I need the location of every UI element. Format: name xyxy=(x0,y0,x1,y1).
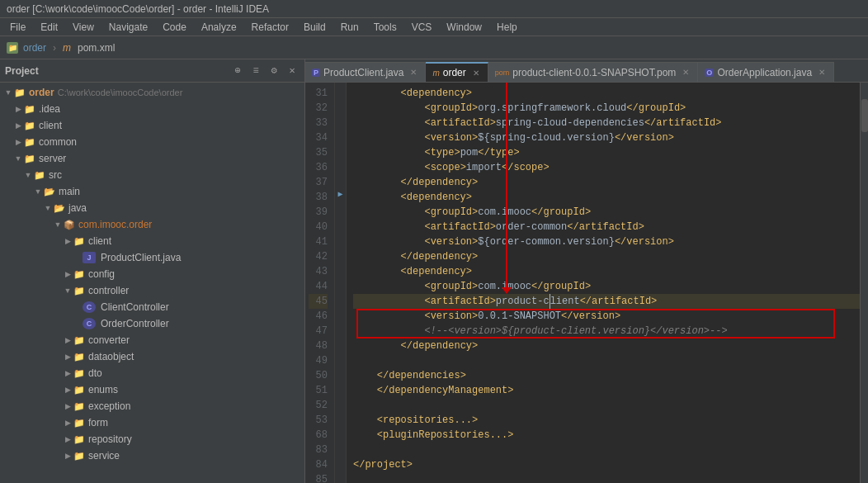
code-line-39: <groupId>com.imooc</groupId> xyxy=(353,205,860,220)
close-panel-button[interactable]: ✕ xyxy=(285,64,300,78)
menu-code[interactable]: Code xyxy=(156,20,193,35)
project-icon: 📁 xyxy=(7,42,18,54)
tree-item-productclient[interactable]: ▶ J ProductClient.java xyxy=(0,249,304,266)
tree-item-config[interactable]: ▶ 📁 config xyxy=(0,266,304,282)
red-arrow-head xyxy=(502,287,512,294)
class-icon: C xyxy=(83,301,96,313)
project-panel: Project ⊕ ≡ ⚙ ✕ ▼ 📁 order C:\work\code\i… xyxy=(0,59,305,483)
folder-icon: 📁 xyxy=(23,120,36,131)
code-content: 31 32 33 34 35 36 37 38 39 40 41 42 43 4… xyxy=(305,83,868,483)
folder-icon: 📁 xyxy=(33,169,46,181)
tree-item-repository[interactable]: ▶ 📁 repository xyxy=(0,431,304,447)
tree-arrow: ▶ xyxy=(63,452,73,460)
menu-vcs[interactable]: VCS xyxy=(405,20,439,35)
menu-analyze[interactable]: Analyze xyxy=(195,20,243,35)
code-line-51: </dependencyManagement> xyxy=(353,383,860,398)
java-file-icon: J xyxy=(83,252,96,263)
breadcrumb-separator: › xyxy=(53,42,56,54)
tab-close-pom[interactable]: ✕ xyxy=(682,68,689,77)
code-line-37: </dependency> xyxy=(353,175,860,190)
tab-pom-label: product-client-0.0.1-SNAPSHOT.pom xyxy=(512,67,676,78)
tree-arrow: ▶ xyxy=(63,336,73,344)
tree-item-main[interactable]: ▼ 📂 main xyxy=(0,183,304,200)
menu-window[interactable]: Window xyxy=(440,20,488,35)
tree-arrow: ▶ xyxy=(63,237,73,245)
breadcrumb-order[interactable]: order xyxy=(23,42,46,54)
tree-arrow: ▼ xyxy=(43,204,53,212)
main-layout: Project ⊕ ≡ ⚙ ✕ ▼ 📁 order C:\work\code\i… xyxy=(0,59,868,483)
tree-item-client-root[interactable]: ▶ 📁 client xyxy=(0,117,304,134)
menu-file[interactable]: File xyxy=(3,20,32,35)
code-line-36: <scope>import</scope> xyxy=(353,160,860,175)
folder-icon: 📁 xyxy=(23,153,36,164)
tree-item-src[interactable]: ▼ 📁 src xyxy=(0,167,304,183)
code-line-46: <version>0.0.1-SNAPSHOT</version> xyxy=(353,309,860,324)
tree-item-service[interactable]: ▶ 📁 service xyxy=(0,447,304,464)
menu-help[interactable]: Help xyxy=(490,20,524,35)
class-icon: C xyxy=(83,318,96,329)
code-line-53: <repositories...> xyxy=(353,413,860,428)
tree-item-dto[interactable]: ▶ 📁 dto xyxy=(0,365,304,381)
gutter: ▶ xyxy=(335,83,347,483)
code-line-40: <artifactId>order-common</artifactId> xyxy=(353,220,860,234)
folder-icon: 📁 xyxy=(73,367,86,379)
tree-arrow: ▶ xyxy=(63,386,73,394)
tree-item-server[interactable]: ▼ 📁 server xyxy=(0,150,304,167)
menu-run[interactable]: Run xyxy=(334,20,366,35)
tree-label-dataobject: dataobject xyxy=(88,351,134,362)
tree-item-exception[interactable]: ▶ 📁 exception xyxy=(0,398,304,414)
tab-pom[interactable]: pom product-client-0.0.1-SNAPSHOT.pom ✕ xyxy=(488,62,699,82)
menu-refactor[interactable]: Refactor xyxy=(245,20,295,35)
tree-arrow: ▶ xyxy=(13,105,23,113)
tree-item-package[interactable]: ▼ 📦 com.imooc.order xyxy=(0,216,304,233)
tab-close-productclient[interactable]: ✕ xyxy=(410,68,417,77)
tree-label-idea: .idea xyxy=(39,103,60,115)
menu-tools[interactable]: Tools xyxy=(367,20,403,35)
right-scrollbar[interactable] xyxy=(860,83,868,483)
tab-close-order[interactable]: ✕ xyxy=(473,69,479,78)
tree-item-controller[interactable]: ▼ 📁 controller xyxy=(0,282,304,299)
tab-close-orderapplication[interactable]: ✕ xyxy=(818,68,825,77)
code-line-49 xyxy=(353,353,860,368)
tree-label-server: server xyxy=(39,153,66,164)
settings-button[interactable]: ⚙ xyxy=(267,64,281,78)
sync-button[interactable]: ⊕ xyxy=(230,64,245,78)
tab-productclient[interactable]: P ProductClient.java ✕ xyxy=(305,62,426,82)
tree-item-ordercontroller[interactable]: ▶ C OrderController xyxy=(0,315,304,332)
tree-item-client-folder[interactable]: ▶ 📁 client xyxy=(0,233,304,249)
menu-view[interactable]: View xyxy=(66,20,101,35)
tree-item-order-root[interactable]: ▼ 📁 order C:\work\code\imoocCode\order xyxy=(0,84,304,101)
tree-label-ordercontroller: OrderController xyxy=(101,318,169,329)
folder-icon: 📁 xyxy=(13,87,26,98)
tree-item-enums[interactable]: ▶ 📁 enums xyxy=(0,381,304,398)
folder-icon: 📁 xyxy=(73,351,86,362)
tree-item-java[interactable]: ▼ 📂 java xyxy=(0,200,304,216)
code-line-50: </dependencies> xyxy=(353,368,860,383)
tree-label-client-root: client xyxy=(39,120,62,131)
title-text: order [C:\work\code\imoocCode\order] - o… xyxy=(7,3,269,15)
tree-item-dataobject[interactable]: ▶ 📁 dataobject xyxy=(0,348,304,365)
tabs-bar: P ProductClient.java ✕ m order ✕ pom pro… xyxy=(305,59,868,83)
menu-edit[interactable]: Edit xyxy=(34,20,64,35)
tab-order[interactable]: m order ✕ xyxy=(426,62,488,82)
breadcrumb-pomxml[interactable]: pom.xml xyxy=(78,42,115,54)
tree-item-idea[interactable]: ▶ 📁 .idea xyxy=(0,101,304,117)
code-editor[interactable]: <dependency> <groupId>org.springframewor… xyxy=(347,83,860,483)
tree-arrow: ▶ xyxy=(63,402,73,410)
tree-label-src: src xyxy=(49,169,62,181)
menu-build[interactable]: Build xyxy=(297,20,333,35)
tree-label-package: com.imooc.order xyxy=(78,219,152,230)
tree-item-converter[interactable]: ▶ 📁 converter xyxy=(0,332,304,348)
layout-button[interactable]: ≡ xyxy=(248,64,263,78)
tab-orderapplication[interactable]: O OrderApplication.java ✕ xyxy=(698,62,834,82)
project-toolbar: Project ⊕ ≡ ⚙ ✕ xyxy=(0,59,304,83)
code-line-42: </dependency> xyxy=(353,249,860,264)
package-icon: 📦 xyxy=(63,219,76,230)
tree-item-clientcontroller[interactable]: ▶ C ClientController xyxy=(0,299,304,315)
folder-icon: 📁 xyxy=(73,433,86,445)
menu-navigate[interactable]: Navigate xyxy=(102,20,154,35)
tree-label-productclient: ProductClient.java xyxy=(101,252,181,263)
tree-item-form[interactable]: ▶ 📁 form xyxy=(0,414,304,431)
tree-path-order: C:\work\code\imoocCode\order xyxy=(58,88,183,97)
tree-item-common[interactable]: ▶ 📁 common xyxy=(0,134,304,150)
